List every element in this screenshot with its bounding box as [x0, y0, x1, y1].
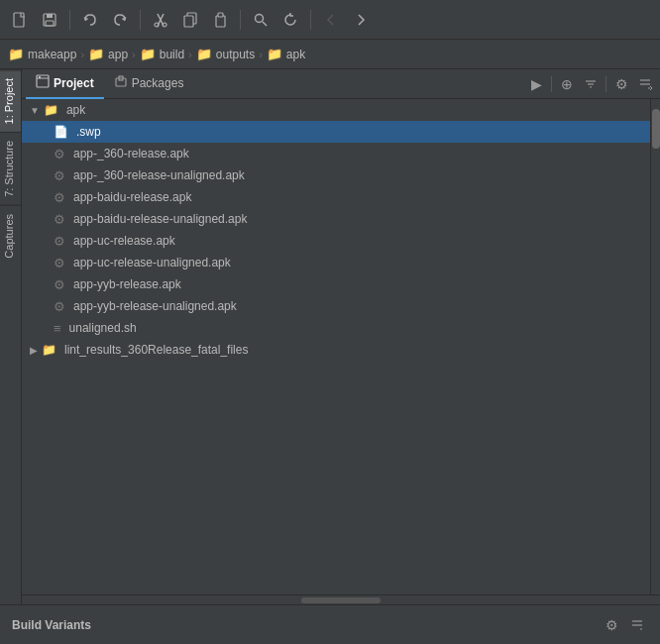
- copy-btn[interactable]: [176, 6, 204, 34]
- search-btn[interactable]: [247, 6, 275, 34]
- tree-item-app-yyb-release[interactable]: ⚙app-yyb-release.apk: [22, 273, 650, 295]
- folder-icon: 📁: [42, 343, 56, 357]
- gear-icon: ⚙: [54, 147, 65, 161]
- tree-item-label: app-baidu-release-unaligned.apk: [73, 212, 247, 226]
- sep1: [69, 10, 70, 30]
- project-panel: Project Packages ▶ ⊕ ⚙: [22, 69, 660, 604]
- main-layout: 1: Project 7: Structure Captures Project…: [0, 69, 660, 604]
- sep: ›: [259, 49, 263, 60]
- sep: ›: [132, 49, 136, 60]
- cut-btn[interactable]: [147, 6, 174, 34]
- tree-item-unaligned-sh[interactable]: ≡unaligned.sh: [22, 317, 650, 339]
- breadcrumb: 📁 makeapp › 📁 app › 📁 build › 📁 outputs …: [0, 40, 660, 69]
- tree-item-label: app-_360-release-unaligned.apk: [73, 168, 245, 182]
- file-tree: ▼ 📁apk📄.swp⚙app-_360-release.apk⚙app-_36…: [22, 99, 650, 594]
- tree-item-apk-folder[interactable]: ▼ 📁apk: [22, 99, 650, 121]
- tree-item-label: app-uc-release.apk: [73, 234, 175, 248]
- gear-icon: ⚙: [54, 168, 65, 183]
- sidebar-item-captures[interactable]: Captures: [0, 205, 21, 267]
- svg-rect-10: [216, 16, 225, 27]
- sep: ›: [188, 49, 192, 60]
- bottom-toolbar: Build Variants ⚙: [0, 604, 660, 644]
- svg-rect-11: [218, 13, 223, 17]
- h-scroll-track: [301, 597, 381, 603]
- filter-action-btn[interactable]: [580, 73, 602, 95]
- bottom-options-btn[interactable]: [626, 614, 648, 636]
- tab-packages[interactable]: Packages: [104, 69, 194, 99]
- project-tab-label: Project: [54, 76, 94, 90]
- new-file-btn[interactable]: [6, 6, 34, 34]
- tree-item-app-uc-release-unaligned[interactable]: ⚙app-uc-release-unaligned.apk: [22, 252, 650, 273]
- project-tab-icon: [36, 74, 50, 91]
- svg-rect-14: [37, 75, 49, 87]
- tree-item-app-yyb-release-unaligned[interactable]: ⚙app-yyb-release-unaligned.apk: [22, 295, 650, 317]
- tree-item-label: app-uc-release-unaligned.apk: [73, 256, 231, 269]
- gear-icon: ⚙: [54, 256, 65, 270]
- forward-btn[interactable]: [347, 6, 375, 34]
- tree-item-label: apk: [66, 103, 85, 117]
- tree-item-app-360-release[interactable]: ⚙app-_360-release.apk: [22, 143, 650, 164]
- breadcrumb-item-outputs[interactable]: 📁 outputs: [196, 47, 255, 61]
- gear-icon: ⚙: [54, 234, 65, 249]
- tree-item-app-baidu-release[interactable]: ⚙app-baidu-release.apk: [22, 186, 650, 208]
- settings-action-btn[interactable]: ⚙: [610, 73, 632, 95]
- paste-btn[interactable]: [206, 6, 234, 34]
- folder-icon: 📁: [196, 47, 212, 61]
- tree-item-label: app-baidu-release.apk: [73, 190, 191, 204]
- folder-icon: 📁: [140, 47, 156, 61]
- toolbar: [0, 0, 660, 40]
- add-action-btn[interactable]: ⊕: [556, 73, 578, 95]
- bottom-actions: ⚙: [601, 614, 648, 636]
- panel-actions: ▶ ⊕ ⚙: [525, 73, 656, 95]
- sep4: [310, 10, 311, 30]
- folder-icon: 📁: [88, 47, 104, 61]
- tree-item-label: app-yyb-release.apk: [73, 277, 181, 291]
- tree-item-swp-file[interactable]: 📄.swp: [22, 121, 650, 143]
- tree-item-app-360-release-unaligned[interactable]: ⚙app-_360-release-unaligned.apk: [22, 164, 650, 186]
- back-btn[interactable]: [317, 6, 345, 34]
- folder-icon: 📁: [8, 47, 24, 61]
- undo-btn[interactable]: [76, 6, 104, 34]
- expand-action-btn[interactable]: ▶: [525, 73, 547, 95]
- breadcrumb-item-build[interactable]: 📁 build: [140, 47, 184, 61]
- sidebar-item-structure[interactable]: 7: Structure: [0, 132, 21, 205]
- gear-icon: ⚙: [54, 212, 65, 227]
- file-icon: 📄: [54, 125, 68, 139]
- gear-icon: ⚙: [54, 299, 65, 314]
- tree-item-label: app-yyb-release-unaligned.apk: [73, 299, 237, 313]
- right-scrollbar[interactable]: [650, 99, 660, 594]
- sep: ›: [80, 49, 84, 60]
- sep2: [140, 10, 141, 30]
- tree-item-app-uc-release[interactable]: ⚙app-uc-release.apk: [22, 230, 650, 252]
- breadcrumb-item-apk[interactable]: 📁 apk: [267, 47, 305, 61]
- breadcrumb-item-makeapp[interactable]: 📁 makeapp: [8, 47, 76, 61]
- tab-project[interactable]: Project: [26, 69, 104, 99]
- svg-rect-9: [184, 16, 193, 27]
- bottom-settings-btn[interactable]: ⚙: [601, 614, 622, 636]
- list-icon: ≡: [54, 321, 61, 336]
- refresh-btn[interactable]: [276, 6, 304, 34]
- tree-item-app-baidu-release-unaligned[interactable]: ⚙app-baidu-release-unaligned.apk: [22, 208, 650, 230]
- gear-icon: ⚙: [54, 190, 65, 205]
- tree-item-label: lint_results_360Release_fatal_files: [64, 343, 248, 357]
- left-sidebar: 1: Project 7: Structure Captures: [0, 69, 22, 604]
- build-variants-label: Build Variants: [12, 618, 601, 632]
- folder-icon: 📁: [267, 47, 282, 61]
- arrow-icon: ▼: [30, 105, 40, 116]
- save-btn[interactable]: [36, 6, 63, 34]
- svg-rect-0: [14, 13, 24, 27]
- sidebar-item-project[interactable]: 1: Project: [0, 69, 21, 132]
- horizontal-scrollbar[interactable]: [22, 594, 660, 604]
- action-sep: [551, 76, 552, 92]
- tree-item-label: .swp: [76, 125, 101, 139]
- redo-btn[interactable]: [106, 6, 134, 34]
- panel-tabs: Project Packages ▶ ⊕ ⚙: [22, 69, 660, 99]
- svg-rect-3: [46, 21, 54, 26]
- tree-item-label: app-_360-release.apk: [73, 147, 189, 161]
- svg-rect-17: [116, 78, 126, 86]
- options-action-btn[interactable]: [634, 73, 656, 95]
- breadcrumb-item-app[interactable]: 📁 app: [88, 47, 128, 61]
- action-sep2: [605, 76, 606, 92]
- scrollbar-thumb: [652, 109, 660, 149]
- tree-item-lint-results-folder[interactable]: ▶ 📁lint_results_360Release_fatal_files: [22, 339, 650, 361]
